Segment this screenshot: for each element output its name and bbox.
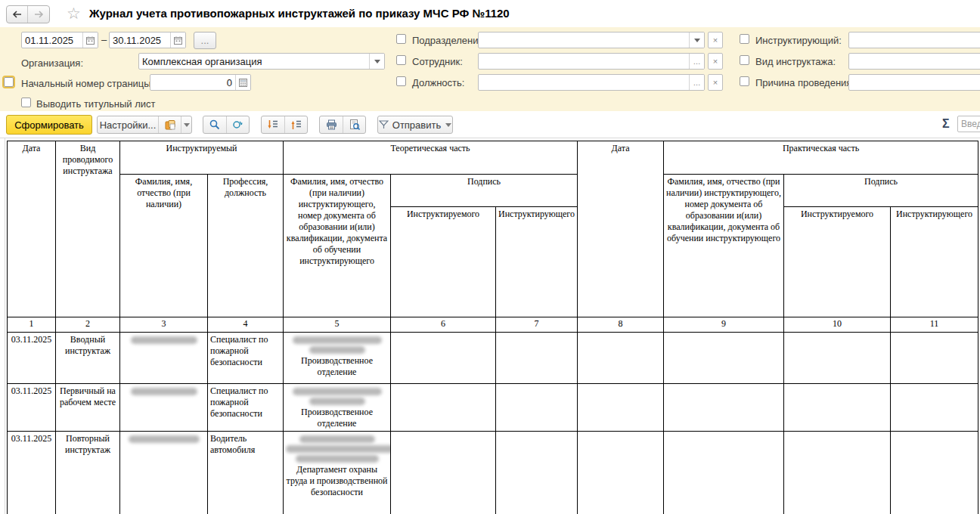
- instructor-field[interactable]: [848, 32, 980, 48]
- cell-date[interactable]: 03.11.2025: [8, 432, 56, 514]
- cell-theory-instructor[interactable]: Производственное отделение: [284, 333, 391, 384]
- cell-date-practice[interactable]: [578, 333, 664, 384]
- cell-sig-practice-instructor[interactable]: [891, 333, 978, 384]
- cell-profession[interactable]: Специалист по пожарной безопасности: [208, 333, 284, 384]
- organization-dropdown-button[interactable]: [369, 54, 384, 69]
- cell-sig-theory-instructee[interactable]: [391, 432, 496, 514]
- calendar-icon: [86, 36, 95, 45]
- column-number: 7: [496, 317, 578, 333]
- position-select-button[interactable]: …: [689, 75, 704, 90]
- header-practice-sig-instructor: Инструктирующего: [891, 207, 978, 317]
- instruction-kind-field[interactable]: [848, 53, 980, 70]
- cell-sig-theory-instructor[interactable]: [496, 333, 578, 384]
- cell-sig-practice-instructee[interactable]: [784, 333, 891, 384]
- header-theory-sig-instructor: Инструктирующего: [496, 207, 578, 317]
- period-from-field[interactable]: 01.11.2025: [21, 32, 98, 48]
- period-to-field[interactable]: 30.11.2025: [109, 32, 186, 48]
- employee-field[interactable]: …: [478, 53, 705, 70]
- settings-button[interactable]: Настройки...: [98, 116, 158, 133]
- expand-groups-button[interactable]: [262, 116, 284, 133]
- start-page-value[interactable]: 0: [150, 77, 235, 88]
- favorite-star-icon[interactable]: ☆: [67, 5, 81, 23]
- cell-sig-practice-instructor[interactable]: [891, 384, 978, 432]
- reason-checkbox[interactable]: [740, 76, 749, 86]
- print-button[interactable]: [320, 116, 343, 133]
- position-field[interactable]: …: [478, 74, 705, 91]
- organization-combo[interactable]: Комплексная организация: [138, 53, 385, 70]
- start-page-checkbox[interactable]: [4, 77, 14, 87]
- cell-instruction-type[interactable]: Повторный инструктаж: [56, 432, 120, 514]
- send-icon: [379, 120, 389, 129]
- cell-practice-instructor[interactable]: [664, 333, 784, 384]
- cell-instruction-type[interactable]: Вводный инструктаж: [56, 333, 120, 384]
- position-clear-button[interactable]: ×: [708, 74, 723, 91]
- cell-instruction-type[interactable]: Первичный на рабочем месте: [56, 384, 120, 432]
- header-practice-sig-instructee: Инструктируемого: [784, 207, 891, 317]
- search-icon: [209, 119, 220, 130]
- period-from-calendar-button[interactable]: [82, 33, 98, 48]
- report-variants-dropdown[interactable]: [181, 116, 191, 133]
- search-button[interactable]: [203, 116, 226, 133]
- printer-icon: [326, 119, 337, 130]
- department-dropdown-button[interactable]: [689, 33, 704, 48]
- cell-sig-practice-instructor[interactable]: [891, 432, 978, 514]
- cell-sig-theory-instructor[interactable]: [496, 432, 578, 514]
- cell-date[interactable]: 03.11.2025: [8, 384, 56, 432]
- title-sheet-checkbox[interactable]: [21, 98, 31, 107]
- cell-date[interactable]: 03.11.2025: [8, 333, 56, 384]
- employee-checkbox[interactable]: [396, 55, 406, 65]
- period-to-value[interactable]: 30.11.2025: [110, 35, 170, 46]
- chevron-down-icon: [694, 39, 700, 42]
- start-page-calculator-button[interactable]: [235, 75, 250, 90]
- organization-value[interactable]: Комплексная организация: [139, 56, 369, 67]
- header-practice-group: Практическая часть: [664, 141, 978, 175]
- cell-sig-practice-instructee[interactable]: [784, 384, 891, 432]
- instruction-kind-checkbox[interactable]: [740, 55, 749, 65]
- cell-theory-instructor[interactable]: Производственное отделение: [284, 384, 391, 432]
- position-checkbox[interactable]: [396, 76, 406, 86]
- report-variants-button[interactable]: [158, 116, 181, 133]
- cell-profession[interactable]: Водитель автомобиля: [208, 432, 284, 514]
- position-label: Должность:: [412, 77, 464, 88]
- period-from-value[interactable]: 01.11.2025: [22, 35, 82, 46]
- cell-sig-theory-instructee[interactable]: [391, 384, 496, 432]
- print-preview-button[interactable]: [343, 116, 365, 133]
- instructor-checkbox[interactable]: [740, 34, 749, 44]
- arrow-left-icon: [12, 11, 23, 18]
- header-practice-instructor-details: Фамилия, имя, отчество (при наличии) инс…: [664, 175, 784, 317]
- generate-button[interactable]: Сформировать: [6, 115, 92, 135]
- department-checkbox[interactable]: [396, 34, 406, 44]
- period-to-calendar-button[interactable]: [170, 33, 185, 48]
- nav-forward-button[interactable]: [28, 6, 49, 23]
- cell-sig-theory-instructee[interactable]: [391, 333, 496, 384]
- cell-practice-instructor[interactable]: [664, 384, 784, 432]
- autosum-indicator[interactable]: Σ: [942, 117, 950, 131]
- cell-profession[interactable]: Специалист по пожарной безопасности: [208, 384, 284, 432]
- header-profession: Профессия, должность: [208, 175, 284, 317]
- cell-theory-instructor[interactable]: Департамент охраны труда и производствен…: [284, 432, 391, 514]
- collapse-groups-button[interactable]: [284, 116, 307, 133]
- send-button[interactable]: Отправить: [378, 116, 452, 133]
- header-theory-instructor-details: Фамилия, имя, отчество (при наличии) инс…: [284, 175, 391, 317]
- cell-instructee-name-redacted[interactable]: [120, 384, 208, 432]
- department-combo[interactable]: [478, 32, 705, 48]
- cell-date-practice[interactable]: [578, 432, 664, 514]
- nav-back-button[interactable]: [7, 6, 28, 23]
- start-page-field[interactable]: 0: [150, 74, 251, 91]
- search-next-button[interactable]: [226, 116, 249, 133]
- cell-sig-practice-instructee[interactable]: [784, 432, 891, 514]
- period-more-button[interactable]: ...: [194, 32, 216, 49]
- cell-practice-instructor[interactable]: [664, 432, 784, 514]
- department-clear-button[interactable]: ×: [708, 32, 723, 48]
- quick-search-input[interactable]: [957, 116, 980, 132]
- employee-select-button[interactable]: …: [689, 54, 704, 69]
- employee-clear-button[interactable]: ×: [708, 53, 723, 70]
- department-label: Подразделение:: [412, 35, 486, 46]
- reason-field[interactable]: [848, 74, 980, 91]
- cell-sig-theory-instructor[interactable]: [496, 384, 578, 432]
- cell-instructee-name-redacted[interactable]: [120, 432, 208, 514]
- calendar-icon: [174, 36, 182, 45]
- column-number: 11: [891, 317, 978, 333]
- cell-instructee-name-redacted[interactable]: [120, 333, 208, 384]
- cell-date-practice[interactable]: [578, 384, 664, 432]
